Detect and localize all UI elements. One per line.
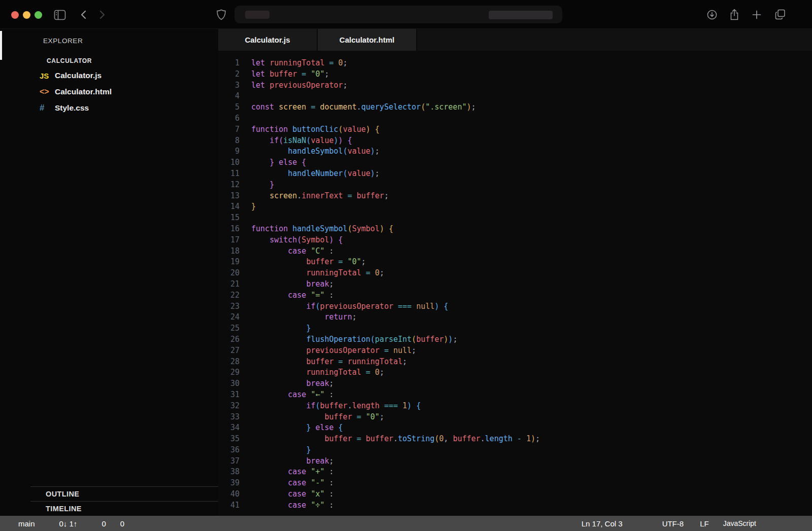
- code-text: case "-" :: [240, 478, 334, 489]
- code-line-32[interactable]: 32 if(buffer.length === 1) {: [218, 401, 812, 412]
- code-line-37[interactable]: 37 break;: [218, 456, 812, 467]
- code-line-19[interactable]: 19 buffer = "0";: [218, 257, 812, 268]
- file-item-calculator.html[interactable]: <>Calculator.html: [0, 84, 218, 100]
- line-number: 5: [218, 102, 240, 113]
- code-line-27[interactable]: 27 previousOperator = null;: [218, 345, 812, 357]
- git-branch[interactable]: main: [18, 519, 35, 528]
- code-text: buffer = buffer.toString(0, buffer.lengt…: [240, 434, 540, 445]
- code-line-13[interactable]: 13 screen.innerText = buffer;: [218, 191, 812, 202]
- error-count[interactable]: 0: [101, 519, 106, 528]
- code-text: case "÷" :: [240, 500, 334, 511]
- zoom-window-button[interactable]: [35, 11, 42, 19]
- code-line-8[interactable]: 8 if(isNaN(value)) {: [218, 135, 812, 147]
- back-icon[interactable]: [79, 10, 88, 19]
- code-line-28[interactable]: 28 buffer = runningTotal;: [218, 357, 812, 368]
- code-line-1[interactable]: 1let runningTotal = 0;: [218, 58, 812, 69]
- code-text: } else {: [240, 422, 343, 434]
- code-line-26[interactable]: 26 flushOperation(parseInt(buffer));: [218, 334, 812, 345]
- code-text: buffer = "0";: [240, 257, 366, 268]
- file-list: JSCalculator.js<>Calculator.html#Style.c…: [0, 67, 218, 116]
- address-bar[interactable]: [234, 6, 562, 23]
- code-text: if(previousOperator === null) {: [240, 301, 448, 312]
- file-item-style.css[interactable]: #Style.css: [0, 100, 218, 116]
- language-mode[interactable]: JavaScript: [723, 519, 756, 527]
- code-line-39[interactable]: 39 case "-" :: [218, 478, 812, 489]
- code-line-34[interactable]: 34 } else {: [218, 422, 812, 434]
- code-line-18[interactable]: 18 case "C" :: [218, 246, 812, 257]
- code-text: } else {: [240, 157, 306, 168]
- code-text: buffer = "0";: [240, 412, 384, 423]
- line-number: 27: [218, 345, 240, 357]
- file-item-calculator.js[interactable]: JSCalculator.js: [0, 67, 218, 84]
- code-line-10[interactable]: 10 } else {: [218, 157, 812, 168]
- line-number: 17: [218, 235, 240, 246]
- warning-count[interactable]: 0: [120, 519, 124, 528]
- code-line-24[interactable]: 24 return;: [218, 312, 812, 323]
- code-text: function handleSymbol(Symbol) {: [240, 224, 393, 235]
- code-line-16[interactable]: 16function handleSymbol(Symbol) {: [218, 224, 812, 235]
- tab-calculator.html[interactable]: Calculator.html: [318, 29, 417, 51]
- code-line-29[interactable]: 29 runningTotal = 0;: [218, 367, 812, 378]
- shield-icon[interactable]: [216, 9, 226, 20]
- close-window-button[interactable]: [11, 11, 19, 19]
- code-line-11[interactable]: 11 handleNumber(value);: [218, 168, 812, 180]
- code-line-20[interactable]: 20 runningTotal = 0;: [218, 268, 812, 279]
- line-number: 15: [218, 213, 240, 224]
- status-bar: main 0↓ 1↑ 0 0 Ln 17, Col 3 UTF-8 LF Jav…: [0, 516, 812, 531]
- code-editor[interactable]: 1let runningTotal = 0;2let buffer = "0";…: [218, 51, 812, 516]
- line-number: 25: [218, 323, 240, 334]
- minimize-window-button[interactable]: [23, 11, 30, 19]
- code-text: }: [240, 180, 274, 191]
- folder-calculator[interactable]: CALCULATOR: [47, 57, 92, 64]
- show-all-tabs-icon[interactable]: [775, 9, 786, 20]
- code-line-6[interactable]: 6: [218, 113, 812, 124]
- cursor-position[interactable]: Ln 17, Col 3: [582, 519, 623, 528]
- new-tab-icon[interactable]: [752, 10, 761, 19]
- code-text: case "←" :: [240, 390, 334, 401]
- code-line-40[interactable]: 40 case "x" :: [218, 489, 812, 500]
- editor-pane: Calculator.jsCalculator.html 1let runnin…: [218, 29, 812, 516]
- code-line-23[interactable]: 23 if(previousOperator === null) {: [218, 301, 812, 312]
- code-line-22[interactable]: 22 case "=" :: [218, 290, 812, 301]
- code-line-25[interactable]: 25 }: [218, 323, 812, 334]
- code-line-35[interactable]: 35 buffer = buffer.toString(0, buffer.le…: [218, 434, 812, 445]
- code-line-5[interactable]: 5const screen = document.querySelector("…: [218, 102, 812, 113]
- code-text: case "+" :: [240, 467, 334, 478]
- code-line-15[interactable]: 15: [218, 213, 812, 224]
- code-line-3[interactable]: 3let previousOperator;: [218, 80, 812, 91]
- timeline-section-header[interactable]: TIMELINE: [30, 501, 218, 516]
- code-text: [240, 113, 256, 124]
- eol-indicator[interactable]: LF: [700, 519, 709, 528]
- code-line-21[interactable]: 21 break;: [218, 279, 812, 290]
- code-line-9[interactable]: 9 handleSymbol(value);: [218, 146, 812, 157]
- code-line-4[interactable]: 4: [218, 91, 812, 102]
- code-line-2[interactable]: 2let buffer = "0";: [218, 69, 812, 80]
- code-line-30[interactable]: 30 break;: [218, 378, 812, 390]
- code-line-7[interactable]: 7function buttonClic(value) {: [218, 124, 812, 135]
- line-number: 2: [218, 69, 240, 80]
- code-line-17[interactable]: 17 switch(Symbol) {: [218, 235, 812, 246]
- code-line-33[interactable]: 33 buffer = "0";: [218, 412, 812, 423]
- line-number: 19: [218, 257, 240, 268]
- sidebar-toggle-icon[interactable]: [54, 10, 66, 20]
- line-number: 30: [218, 378, 240, 390]
- code-line-14[interactable]: 14}: [218, 201, 812, 213]
- git-sync-status[interactable]: 0↓ 1↑: [59, 519, 78, 528]
- outline-section-header[interactable]: OUTLINE: [30, 486, 218, 501]
- line-number: 21: [218, 279, 240, 290]
- code-line-36[interactable]: 36 }: [218, 445, 812, 456]
- line-number: 1: [218, 58, 240, 69]
- code-line-31[interactable]: 31 case "←" :: [218, 390, 812, 401]
- code-line-12[interactable]: 12 }: [218, 180, 812, 191]
- line-number: 7: [218, 124, 240, 135]
- download-icon[interactable]: [707, 10, 717, 20]
- line-number: 11: [218, 168, 240, 180]
- forward-icon[interactable]: [97, 10, 107, 19]
- file-encoding[interactable]: UTF-8: [662, 519, 684, 528]
- js-file-icon: JS: [40, 72, 55, 80]
- share-icon[interactable]: [729, 9, 739, 21]
- code-line-38[interactable]: 38 case "+" :: [218, 467, 812, 478]
- line-number: 8: [218, 135, 240, 147]
- tab-calculator.js[interactable]: Calculator.js: [218, 29, 318, 51]
- code-line-41[interactable]: 41 case "÷" :: [218, 500, 812, 511]
